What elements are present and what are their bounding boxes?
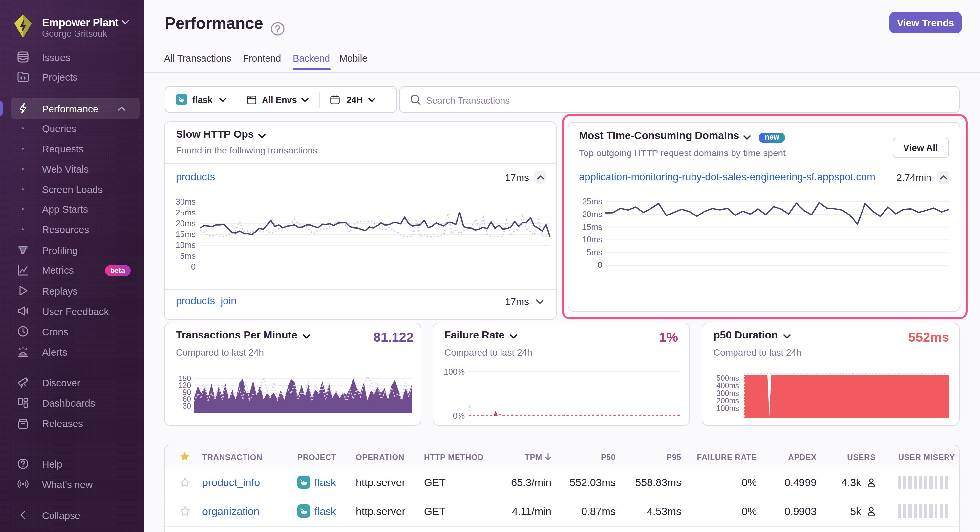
svg-text:0%: 0%: [453, 411, 465, 420]
svg-text:0: 0: [191, 262, 196, 271]
svg-text:10ms: 10ms: [582, 235, 602, 244]
svg-text:15ms: 15ms: [176, 230, 196, 239]
svg-text:100%: 100%: [444, 367, 465, 376]
svg-text:10ms: 10ms: [176, 240, 196, 249]
svg-text:30ms: 30ms: [176, 197, 196, 206]
svg-text:5ms: 5ms: [180, 251, 196, 260]
svg-text:100ms: 100ms: [716, 404, 739, 413]
svg-text:30: 30: [183, 402, 191, 410]
svg-text:25ms: 25ms: [176, 208, 196, 217]
svg-text:25ms: 25ms: [582, 197, 602, 206]
svg-text:0: 0: [598, 260, 602, 270]
svg-text:20ms: 20ms: [582, 210, 602, 219]
svg-text:5ms: 5ms: [587, 248, 602, 257]
svg-text:15ms: 15ms: [582, 222, 602, 232]
svg-text:20ms: 20ms: [176, 219, 196, 228]
